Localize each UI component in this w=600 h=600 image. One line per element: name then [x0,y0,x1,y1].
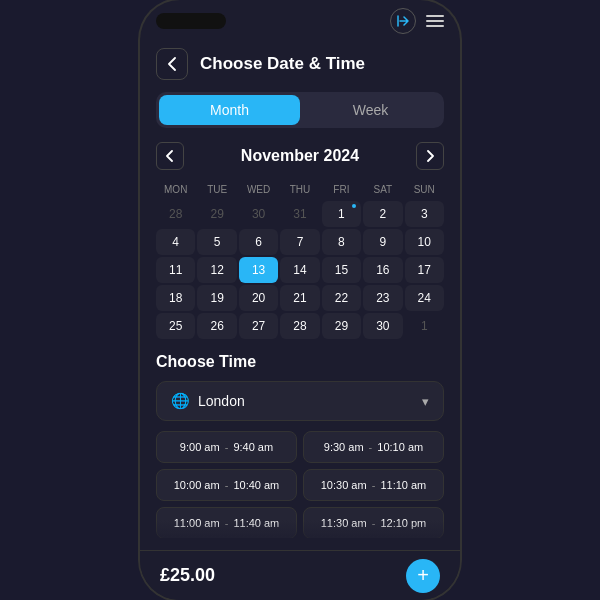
calendar-day-cell[interactable]: 18 [156,285,195,311]
calendar-week-4: 18192021222324 [156,285,444,311]
calendar-week-2: 45678910 [156,229,444,255]
time-slots-grid: 9:00 am - 9:40 am9:30 am - 10:10 am10:00… [156,431,444,538]
timezone-selector[interactable]: 🌐 London ▾ [156,381,444,421]
calendar-day-cell[interactable]: 28 [280,313,319,339]
calendar-day-cell[interactable]: 30 [363,313,402,339]
weekday-tue: TUE [197,180,236,199]
calendar-week-1: 28293031123 [156,201,444,227]
prev-month-button[interactable] [156,142,184,170]
weekday-wed: WED [239,180,278,199]
weekday-sat: SAT [363,180,402,199]
calendar-day-cell[interactable]: 16 [363,257,402,283]
calendar-grid: MON TUE WED THU FRI SAT SUN 282930311234… [156,180,444,339]
bottom-bar: £25.00 + [140,550,460,600]
calendar-day-cell[interactable]: 10 [405,229,444,255]
calendar-day-cell[interactable]: 11 [156,257,195,283]
page-title: Choose Date & Time [200,54,365,74]
calendar-day-cell[interactable]: 17 [405,257,444,283]
weekday-fri: FRI [322,180,361,199]
calendar-day-cell[interactable]: 29 [322,313,361,339]
calendar-day-cell[interactable]: 29 [197,201,236,227]
calendar-day-cell[interactable]: 9 [363,229,402,255]
calendar-day-cell[interactable]: 19 [197,285,236,311]
calendar-day-cell[interactable]: 3 [405,201,444,227]
menu-icon[interactable] [426,15,444,27]
back-button[interactable] [156,48,188,80]
next-month-button[interactable] [416,142,444,170]
time-slot-4[interactable]: 11:00 am - 11:40 am [156,507,297,538]
calendar-day-cell[interactable]: 6 [239,229,278,255]
price-label: £25.00 [160,565,215,586]
timezone-label: London [198,393,422,409]
time-slot-0[interactable]: 9:00 am - 9:40 am [156,431,297,463]
calendar-day-cell[interactable]: 15 [322,257,361,283]
calendar-day-cell[interactable]: 31 [280,201,319,227]
weekday-headers: MON TUE WED THU FRI SAT SUN [156,180,444,199]
chevron-down-icon: ▾ [422,394,429,409]
calendar-day-cell[interactable]: 26 [197,313,236,339]
month-year-label: November 2024 [241,147,359,165]
calendar-day-cell[interactable]: 7 [280,229,319,255]
tab-week[interactable]: Week [300,95,441,125]
calendar-day-cell[interactable]: 12 [197,257,236,283]
time-slot-2[interactable]: 10:00 am - 10:40 am [156,469,297,501]
weekday-sun: SUN [405,180,444,199]
calendar-day-cell[interactable]: 2 [363,201,402,227]
calendar-day-cell[interactable]: 23 [363,285,402,311]
calendar-day-cell[interactable]: 21 [280,285,319,311]
calendar-day-cell[interactable]: 27 [239,313,278,339]
calendar-day-cell[interactable]: 24 [405,285,444,311]
calendar-day-cell[interactable]: 5 [197,229,236,255]
next-button[interactable]: + [406,559,440,593]
calendar-day-cell[interactable]: 8 [322,229,361,255]
top-bar [140,0,460,38]
time-slot-1[interactable]: 9:30 am - 10:10 am [303,431,444,463]
login-icon[interactable] [390,8,416,34]
calendar-day-cell[interactable]: 1 [322,201,361,227]
calendar-day-cell[interactable]: 22 [322,285,361,311]
tab-switcher: Month Week [156,92,444,128]
time-section-title: Choose Time [156,353,444,371]
tab-month[interactable]: Month [159,95,300,125]
time-slot-3[interactable]: 10:30 am - 11:10 am [303,469,444,501]
calendar-nav: November 2024 [156,142,444,170]
status-icons [390,8,444,34]
notch [156,13,226,29]
calendar-day-cell[interactable]: 28 [156,201,195,227]
calendar-day-cell[interactable]: 25 [156,313,195,339]
calendar-day-cell[interactable]: 13 [239,257,278,283]
calendar-day-cell[interactable]: 30 [239,201,278,227]
calendar-week-5: 2526272829301 [156,313,444,339]
phone-frame: Choose Date & Time Month Week November 2… [140,0,460,600]
weekday-thu: THU [280,180,319,199]
calendar-day-cell[interactable]: 20 [239,285,278,311]
calendar-day-cell[interactable]: 14 [280,257,319,283]
calendar-day-cell[interactable]: 1 [405,313,444,339]
globe-icon: 🌐 [171,392,190,410]
calendar-day-cell[interactable]: 4 [156,229,195,255]
time-slot-5[interactable]: 11:30 am - 12:10 pm [303,507,444,538]
calendar-week-3: 11121314151617 [156,257,444,283]
weekday-mon: MON [156,180,195,199]
main-content: Choose Date & Time Month Week November 2… [140,38,460,538]
header: Choose Date & Time [156,38,444,92]
